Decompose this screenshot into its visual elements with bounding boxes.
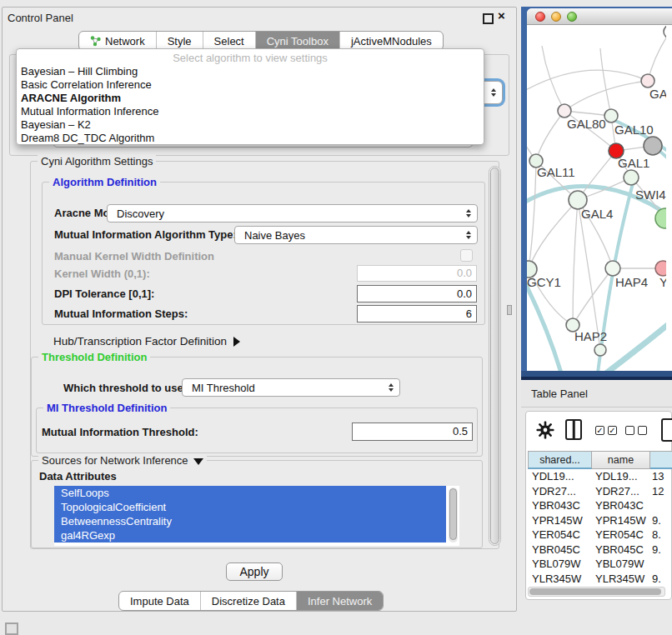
panel-splitter-grip[interactable] [507, 305, 512, 315]
tab-impute-data[interactable]: Impute Data [119, 592, 200, 610]
dropdown-item-dream8[interactable]: Dream8 DC_TDC Algorithm [17, 132, 484, 145]
network-window-titlebar[interactable] [527, 8, 672, 25]
column-layout-icon[interactable] [565, 419, 582, 440]
table-row[interactable]: YBR043C YBR043C [526, 498, 671, 513]
float-window-icon[interactable] [483, 13, 494, 24]
table-scrollbar-thumb[interactable] [529, 588, 661, 595]
attribute-item-betweennesscentrality[interactable]: BetweennessCentrality [54, 514, 446, 528]
checked-checkbox-icon[interactable]: ✓ [608, 426, 617, 435]
gear-icon[interactable] [536, 421, 554, 439]
attribute-item-gal4rgexp[interactable]: gal4RGexp [54, 528, 446, 542]
dpi-tolerance-field[interactable]: 0.0 [357, 285, 477, 302]
tab-infer-network[interactable]: Infer Network [296, 592, 383, 610]
document-icon[interactable] [661, 418, 672, 442]
column-header-name[interactable]: name [592, 451, 650, 469]
apply-button[interactable]: Apply [226, 562, 283, 581]
mi-type-value: Naive Bayes [244, 229, 305, 242]
cell-name: YBR045C [595, 543, 649, 556]
table-horizontal-scrollbar[interactable] [528, 587, 665, 597]
cell-shared: YBR045C [532, 543, 590, 556]
aracne-mode-combobox[interactable]: Discovery [107, 204, 478, 222]
table-row[interactable]: YBR045C YBR045C 9. [526, 542, 671, 558]
table-panel-title: Table Panel [531, 388, 588, 400]
zoom-traffic-light-icon[interactable] [567, 12, 577, 22]
minimize-traffic-light-icon[interactable] [551, 12, 561, 22]
node-swi4[interactable] [624, 170, 639, 185]
node-label: Y [659, 275, 666, 289]
table-row[interactable]: YBL079W YBL079W [526, 557, 671, 572]
cell-extra: 12 [652, 485, 671, 498]
algorithm-definition-group: Algorithm Definition Aracne Mode: Discov… [42, 182, 485, 325]
attribute-item-topologicalcoefficient[interactable]: TopologicalCoefficient [54, 500, 446, 514]
dropdown-item-bayesian-hill-climbing[interactable]: Bayesian – Hill Climbing [17, 65, 484, 78]
attributes-scrollbar-thumb[interactable] [449, 488, 457, 540]
dropdown-item-mutual-information[interactable]: Mutual Information Inference [17, 105, 484, 118]
dropdown-item-bayesian-k2[interactable]: Bayesian – K2 [17, 118, 484, 132]
which-threshold-combobox[interactable]: MI Threshold [182, 378, 400, 397]
edge [648, 32, 666, 81]
node-partial-top[interactable] [664, 25, 666, 38]
tab-select[interactable]: Select [203, 32, 255, 50]
edge [578, 200, 600, 350]
node-hap4[interactable] [605, 261, 620, 276]
tab-cyni-toolbox[interactable]: Cyni Toolbox [255, 32, 339, 50]
attribute-item-selfloops[interactable]: SelfLoops [54, 486, 446, 500]
mi-threshold-group: MI Threshold Definition Mutual Informati… [36, 408, 478, 453]
table-row[interactable]: YPR145W YPR145W 9. [526, 513, 671, 528]
tab-discretize-data[interactable]: Discretize Data [200, 592, 296, 610]
column-header-extra[interactable] [650, 451, 672, 469]
node-green-large[interactable] [655, 208, 666, 228]
threshold-definition-group: Threshold Definition Which threshold to … [31, 357, 483, 457]
dpi-tolerance-value: 0.0 [457, 288, 472, 300]
cell-shared: YBL079W [532, 558, 590, 570]
panel-title: Control Panel [8, 12, 73, 24]
node-gray[interactable] [644, 137, 662, 155]
mi-type-combobox[interactable]: Naive Bayes [234, 226, 478, 244]
node-label: GAL1 [618, 156, 649, 170]
kernel-width-field[interactable]: 0.0 [357, 265, 477, 282]
checked-checkbox-icon[interactable]: ✓ [595, 426, 604, 435]
node-gal10[interactable] [604, 109, 618, 122]
sources-group: Sources for Network Inference Data Attri… [31, 460, 483, 548]
unchecked-checkbox-icon[interactable] [625, 426, 634, 435]
attributes-scrollbar[interactable] [449, 488, 458, 542]
table-row[interactable]: YLR345W YLR345W 9. [526, 572, 671, 587]
application-window: Control Panel × Network Style Select [0, 0, 672, 635]
dropdown-item-basic-correlation[interactable]: Basic Correlation Inference [17, 78, 484, 92]
table-row[interactable]: YDL19... YDL19... 13 [526, 469, 671, 484]
mi-steps-field[interactable]: 6 [357, 305, 477, 322]
table-rows: YDL19... YDL19... 13 YDR27... YDR27... 1… [526, 469, 671, 587]
dropdown-item-aracne[interactable]: ARACNE Algorithm [17, 92, 484, 105]
settings-scrollbar-thumb[interactable] [490, 168, 499, 544]
close-traffic-light-icon[interactable] [535, 12, 545, 22]
column-header-shared[interactable]: shared... [528, 451, 592, 469]
table-row[interactable]: YDR27... YDR27... 12 [526, 484, 671, 499]
mi-steps-label: Mutual Information Steps: [54, 308, 188, 320]
tab-network[interactable]: Network [79, 32, 156, 50]
manual-kernel-checkbox[interactable] [460, 249, 473, 262]
node-label: GAL10 [614, 122, 654, 137]
combo-arrows-icon [466, 231, 471, 239]
tab-jactivemnodules[interactable]: jActiveMNodules [339, 32, 443, 50]
node-gal80[interactable] [558, 104, 571, 118]
settings-scrollbar[interactable] [489, 166, 501, 546]
expand-right-icon [233, 337, 240, 347]
tab-label: Select [214, 35, 244, 48]
cell-name: YPR145W [595, 514, 649, 527]
node-gal2[interactable] [641, 74, 654, 88]
close-icon[interactable]: × [498, 8, 505, 22]
mi-threshold-label: Mutual Information Threshold: [42, 426, 198, 438]
collapse-down-icon [193, 458, 203, 465]
node-pink[interactable] [655, 261, 666, 276]
tab-style[interactable]: Style [156, 32, 203, 50]
collapsed-panel-icon[interactable] [5, 622, 18, 635]
mi-threshold-field[interactable]: 0.5 [352, 422, 473, 441]
hub-section-toggle[interactable]: Hub/Transcription Factor Definition [53, 335, 240, 348]
table-row[interactable]: YER054C YER054C 8. [526, 528, 671, 542]
network-canvas[interactable]: GAL GAL80 GAL10 GAL1 GAL11 SWI4 GAL4 GCY… [527, 25, 666, 371]
sources-title[interactable]: Sources for Network Inference [38, 454, 207, 467]
node-partial-bottom[interactable] [594, 344, 606, 356]
hub-section-label: Hub/Transcription Factor Definition [53, 335, 227, 348]
cell-shared: YLR345W [532, 572, 590, 585]
unchecked-checkbox-icon[interactable] [638, 426, 647, 435]
